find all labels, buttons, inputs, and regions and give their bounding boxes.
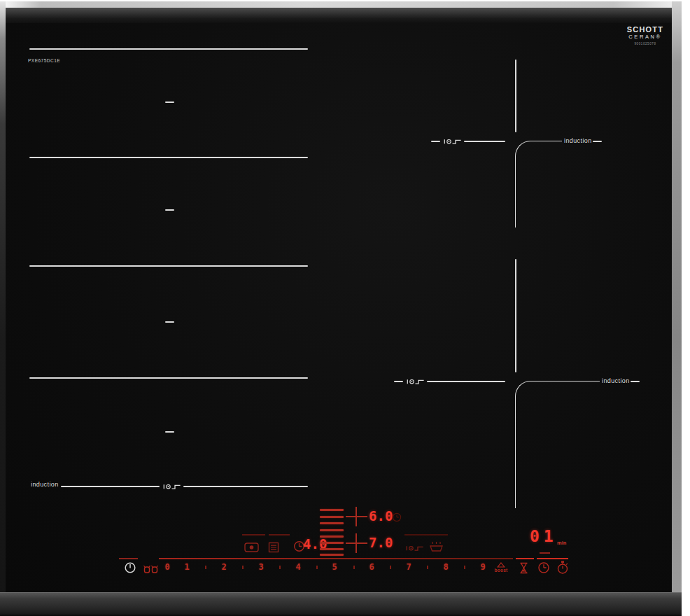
plus-link-icon[interactable] (355, 507, 357, 526)
timer-unit-label: min (557, 540, 566, 546)
power-level-key-1[interactable]: 1 (181, 563, 192, 571)
schott-logo-code: 9001025078 (625, 43, 666, 46)
bottom-right-zone-curve (515, 381, 600, 508)
power-level-key-4[interactable]: 4 (293, 563, 304, 571)
zone-level-bar (320, 529, 344, 531)
power-key-underline (119, 558, 138, 559)
function-key-underline (269, 534, 290, 536)
fry-sensor-pan-icon (407, 377, 425, 385)
zone-level-bar (320, 542, 344, 544)
top-right-zone-dash-left (431, 141, 440, 142)
power-level-key-2[interactable]: 2 (218, 563, 230, 571)
bottom-right-zone-dash-left (394, 381, 403, 382)
boost-icon[interactable] (497, 562, 505, 568)
hourglass-timer-icon[interactable] (519, 562, 529, 574)
pan-center-mark-4 (165, 431, 174, 433)
schott-logo-line2: CERAN® (625, 34, 666, 40)
flex-zone-line-5b (183, 486, 308, 487)
flex-zone-line-1 (29, 48, 308, 50)
keep-warm-icon[interactable] (429, 541, 444, 552)
zone-level-bar (320, 509, 344, 511)
power-level-key-6[interactable]: 6 (366, 563, 377, 571)
wiper-lock-icon[interactable] (244, 542, 259, 553)
front-metal-edge: BOSCH (0, 592, 682, 615)
bottom-right-zone-dash-right (631, 381, 640, 382)
power-icon[interactable] (124, 561, 136, 574)
power-level-key-0[interactable]: 0 (162, 563, 173, 571)
top-right-zone-curve (515, 141, 562, 227)
schott-logo-line1: SCHOTT (625, 26, 666, 34)
flex-zone-line-2 (29, 157, 308, 158)
top-right-zone-dash-right (593, 141, 602, 142)
slider-tick (279, 566, 281, 569)
slider-tick (316, 566, 318, 569)
flex-zone-line-3 (29, 265, 308, 267)
bottom-right-induction-label: induction (602, 378, 630, 384)
right-metal-trim (672, 1, 682, 615)
flex-top-power-display: 6.0 (369, 510, 393, 523)
power-level-key-7[interactable]: 7 (403, 563, 414, 571)
timer-key-underline (537, 558, 568, 559)
flex-zone-induction-label: induction (31, 482, 59, 488)
schott-ceran-logo: SCHOTT CERAN® 9001025078 (625, 26, 666, 46)
timer-key-underline (516, 558, 534, 559)
zone-level-bar (320, 554, 344, 556)
top-right-induction-label: induction (564, 138, 592, 144)
slider-tick (353, 566, 355, 569)
slider-tick (390, 566, 391, 569)
top-right-zone-hline-left (464, 141, 505, 142)
top-right-zone-vline (515, 59, 516, 132)
timer-clock-icon[interactable] (537, 561, 550, 574)
zone-level-bar (320, 522, 344, 524)
flex-zone-line-4 (29, 377, 308, 379)
flex-bottom-power-display: 7.0 (369, 536, 393, 550)
pan-transfer-icon[interactable] (143, 564, 159, 574)
slider-tick (205, 566, 206, 569)
power-level-key-5[interactable]: 5 (329, 563, 340, 571)
slider-tick (427, 566, 428, 569)
timer-display: 01 (530, 528, 558, 545)
power-level-key-9[interactable]: 9 (477, 563, 488, 571)
bottom-right-zone-hline-left (427, 381, 505, 382)
power-slider-track[interactable] (159, 558, 513, 559)
slider-tick (464, 566, 465, 569)
top-metal-trim (0, 1, 682, 8)
induction-hob-photo: PXE675DC1E SCHOTT CERAN® 9001025078 indu… (0, 0, 690, 616)
zone-level-bar (320, 536, 344, 538)
stopwatch-icon[interactable] (556, 561, 569, 574)
pan-center-mark-1 (165, 102, 174, 103)
flex-zone-line-5a (61, 486, 160, 487)
timer-select-mark (540, 552, 550, 554)
top-glass-bevel (0, 8, 682, 23)
fry-sensor-pan-key[interactable] (406, 544, 424, 552)
power-level-key-8[interactable]: 8 (440, 563, 451, 571)
clock-icon (392, 512, 402, 522)
bottom-right-zone-vline (515, 259, 516, 372)
fry-sensor-pan-icon (163, 482, 181, 490)
pan-center-mark-3 (165, 321, 174, 323)
boost-label[interactable]: boost (492, 568, 510, 573)
left-metal-trim (0, 1, 6, 615)
fry-sensor-pan-icon (444, 137, 462, 145)
menu-icon[interactable] (268, 542, 279, 553)
plus-link-icon[interactable] (355, 533, 357, 553)
pan-center-mark-2 (165, 209, 174, 211)
model-number: PXE675DC1E (28, 59, 60, 64)
function-key-underline (242, 534, 265, 536)
slider-tick (242, 566, 244, 569)
power-level-key-3[interactable]: 3 (255, 563, 267, 571)
zone-level-bar (320, 516, 344, 518)
function-key-underline (404, 534, 448, 536)
zone-level-bar (320, 548, 344, 550)
